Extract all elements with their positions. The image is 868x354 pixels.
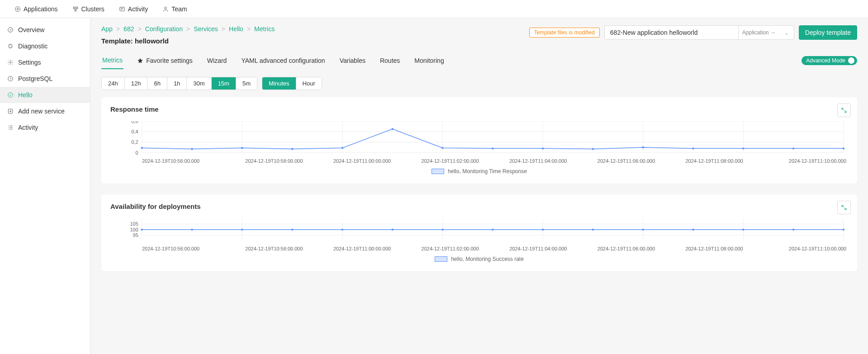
sidebar-item-activity[interactable]: Activity (0, 119, 90, 136)
svg-point-30 (191, 148, 193, 150)
sidebar: Overview Diagnostic Settings PostgreSQL … (0, 18, 90, 354)
toggle-knob (848, 57, 854, 64)
sidebar-label: Add new service (18, 108, 65, 115)
advanced-mode-toggle[interactable]: Advanced Mode (802, 56, 857, 65)
breadcrumb-item[interactable]: Hello (229, 25, 243, 33)
sidebar-item-diagnostic[interactable]: Diagnostic (0, 38, 90, 54)
breadcrumb-item[interactable]: Configuration (145, 25, 183, 33)
range-btn-6h[interactable]: 6h (147, 77, 167, 90)
legend-swatch (432, 169, 444, 174)
tab-favorite-settings[interactable]: Favorite settings (136, 52, 194, 69)
time-range-group: 24h12h6h1h30m15m5m (101, 77, 257, 90)
list-icon (7, 124, 14, 131)
sidebar-label: Overview (18, 26, 44, 33)
svg-point-42 (792, 147, 794, 149)
chart-svg: 95100105 (110, 218, 848, 244)
application-select[interactable]: 682-New application helloworld Applicati… (604, 25, 794, 40)
x-axis-labels: 2024-12-19T10:56:00.0002024-12-19T10:58:… (110, 246, 848, 251)
nav-label: Applications (24, 5, 58, 13)
svg-rect-3 (76, 7, 78, 9)
deploy-template-button[interactable]: Deploy template (799, 25, 857, 40)
sidebar-label: Settings (18, 59, 41, 66)
svg-point-1 (15, 6, 20, 11)
svg-point-68 (642, 228, 644, 230)
svg-point-34 (392, 128, 394, 130)
legend-swatch (435, 256, 447, 262)
nav-label: Clusters (81, 5, 104, 13)
svg-text:0,4: 0,4 (132, 129, 138, 134)
sidebar-label: Diagnostic (18, 42, 47, 50)
chart-card: Availability for deployments951001052024… (101, 194, 857, 272)
range-btn-30m[interactable]: 30m (187, 77, 211, 90)
svg-point-29 (141, 147, 142, 149)
sidebar-item-add-service[interactable]: Add new service (0, 103, 90, 119)
range-btn-15m[interactable]: 15m (212, 77, 236, 90)
breadcrumb-item[interactable]: Services (194, 25, 218, 33)
check-circle-icon (7, 92, 14, 98)
sidebar-item-settings[interactable]: Settings (0, 54, 90, 71)
nav-label: Team (171, 5, 187, 13)
svg-point-33 (342, 147, 343, 149)
gear-icon (7, 59, 14, 66)
svg-point-6 (165, 7, 167, 9)
range-btn-24h[interactable]: 24h (102, 77, 125, 90)
range-btn-Hour[interactable]: Hour (296, 77, 322, 90)
svg-point-62 (342, 228, 343, 230)
sidebar-item-postgresql[interactable]: PostgreSQL (0, 71, 90, 87)
tab-yaml-advanced-configuration[interactable]: YAML advanced configuration (240, 52, 326, 69)
range-btn-1h[interactable]: 1h (167, 77, 187, 90)
svg-text:0: 0 (136, 150, 138, 156)
range-btn-5m[interactable]: 5m (236, 77, 257, 90)
tabs: MetricsFavorite settingsWizardYAML advan… (101, 52, 445, 69)
tab-wizard[interactable]: Wizard (206, 52, 228, 69)
range-btn-Minutes[interactable]: Minutes (262, 77, 296, 90)
range-btn-12h[interactable]: 12h (125, 77, 148, 90)
tab-routes[interactable]: Routes (379, 52, 401, 69)
svg-point-60 (241, 228, 243, 230)
tab-label: Monitoring (414, 57, 444, 64)
chart-legend: hello, Monitoring Time Response (110, 168, 848, 175)
expand-chart-button[interactable] (837, 201, 851, 214)
breadcrumb-item[interactable]: App (101, 25, 113, 33)
nav-applications[interactable]: Applications (7, 5, 65, 13)
breadcrumb-item[interactable]: Metrics (254, 25, 275, 33)
svg-point-69 (692, 228, 694, 230)
sidebar-item-overview[interactable]: Overview (0, 22, 90, 38)
tab-label: Favorite settings (146, 57, 193, 64)
breadcrumb: App>682>Configuration>Services>Hello>Met… (101, 25, 275, 33)
svg-point-35 (441, 147, 443, 149)
nav-label: Activity (128, 5, 148, 13)
svg-text:0,2: 0,2 (132, 139, 138, 145)
chart-legend: hello, Monitoring Success rate (110, 256, 848, 262)
nav-team[interactable]: Team (155, 5, 194, 13)
svg-point-70 (742, 228, 744, 230)
svg-point-58 (141, 228, 142, 230)
breadcrumb-sep: > (138, 25, 141, 33)
tab-monitoring[interactable]: Monitoring (413, 52, 445, 69)
nav-activity[interactable]: Activity (112, 5, 155, 13)
breadcrumb-sep: > (222, 25, 225, 33)
svg-point-43 (843, 147, 844, 149)
tab-variables[interactable]: Variables (339, 52, 366, 69)
sidebar-item-hello[interactable]: Hello (0, 87, 90, 103)
svg-point-64 (441, 228, 443, 230)
svg-point-38 (592, 148, 594, 150)
breadcrumb-item[interactable]: 682 (123, 25, 134, 33)
nav-clusters[interactable]: Clusters (65, 5, 112, 13)
cluster-icon (72, 6, 79, 12)
svg-point-67 (592, 228, 594, 230)
expand-chart-button[interactable] (837, 104, 851, 117)
svg-point-63 (392, 228, 394, 230)
chart-title: Availability for deployments (110, 203, 848, 210)
tab-metrics[interactable]: Metrics (101, 52, 123, 69)
plus-square-icon (7, 108, 14, 114)
layers-icon (14, 6, 21, 12)
x-axis-labels: 2024-12-19T10:56:00.0002024-12-19T10:58:… (110, 158, 848, 164)
time-unit-group: MinutesHour (262, 77, 322, 90)
chart-card: Response time00,20,40,62024-12-19T10:56:… (101, 97, 857, 184)
tab-label: Variables (340, 57, 365, 64)
svg-rect-2 (73, 7, 75, 9)
svg-point-61 (291, 228, 293, 230)
bug-icon (7, 43, 14, 49)
breadcrumb-sep: > (247, 25, 251, 33)
